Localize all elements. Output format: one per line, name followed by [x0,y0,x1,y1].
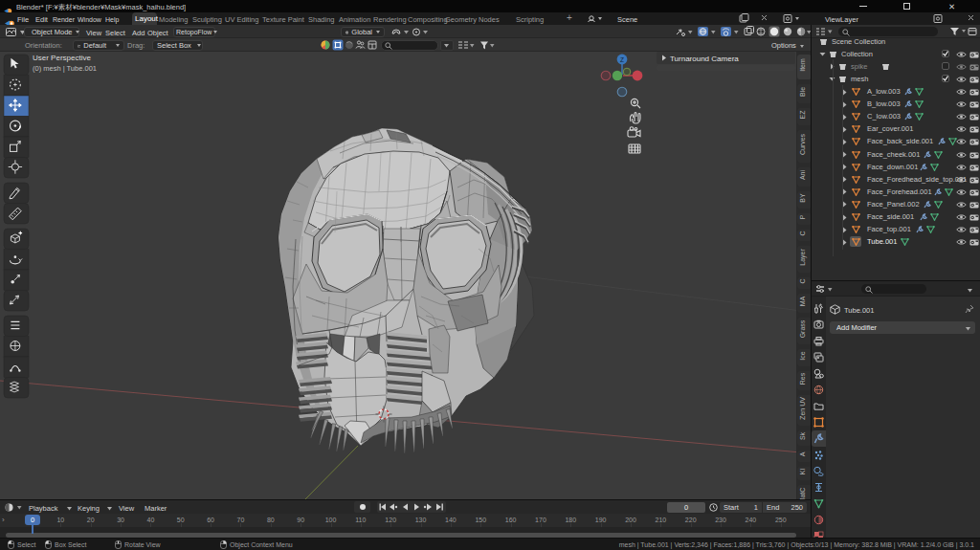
svg-text:Item: Item [799,58,806,72]
svg-text:Ble: Ble [799,87,806,97]
svg-text:Curves: Curves [799,133,806,155]
svg-text:Ice: Ice [799,351,806,360]
svg-text:Z: Z [620,56,624,63]
svg-text:BY: BY [799,193,806,203]
svg-text:P: P [799,214,806,219]
svg-text:C: C [799,231,806,235]
svg-text:Sk: Sk [799,431,806,440]
svg-text:Layer: Layer [799,249,807,266]
svg-text:MA: MA [799,296,806,306]
svg-text:A: A [799,451,806,456]
svg-text:Kl: Kl [799,468,806,474]
svg-text:Turnaround Camera: Turnaround Camera [670,55,739,63]
svg-text:EZ: EZ [799,110,806,120]
svg-text:C: C [799,278,806,283]
svg-text:MatC: MatC [799,488,806,500]
svg-text:Res: Res [799,372,806,385]
svg-text:Zen UV: Zen UV [799,397,806,420]
svg-text:Ani: Ani [799,170,806,181]
svg-text:Grass: Grass [799,319,806,338]
